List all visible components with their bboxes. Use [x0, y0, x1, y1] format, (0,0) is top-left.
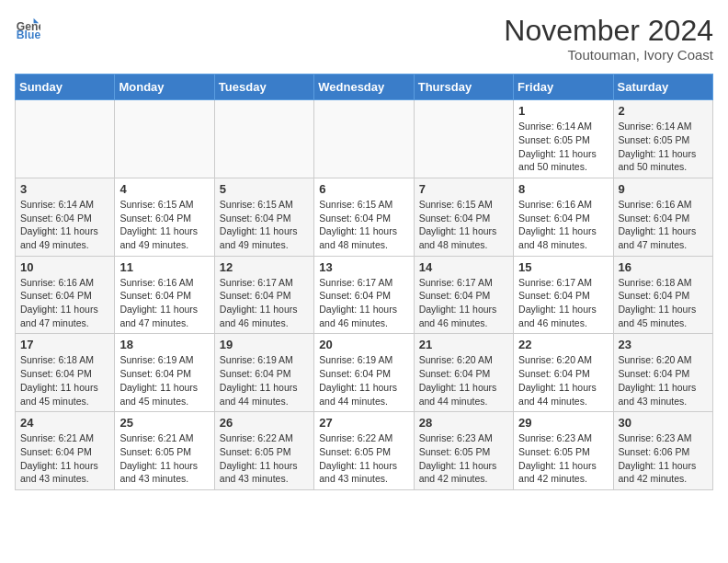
calendar-header-row: SundayMondayTuesdayWednesdayThursdayFrid… — [16, 75, 713, 100]
svg-text:Blue: Blue — [17, 29, 40, 40]
day-header-sunday: Sunday — [16, 75, 115, 100]
calendar-cell: 18Sunrise: 6:19 AM Sunset: 6:04 PM Dayli… — [115, 334, 214, 412]
page-subtitle: Toutouman, Ivory Coast — [504, 47, 713, 63]
day-number: 1 — [518, 104, 608, 118]
calendar-cell: 28Sunrise: 6:23 AM Sunset: 6:05 PM Dayli… — [414, 412, 513, 490]
day-number: 25 — [119, 416, 209, 430]
week-row-3: 10Sunrise: 6:16 AM Sunset: 6:04 PM Dayli… — [16, 256, 713, 334]
day-header-thursday: Thursday — [414, 75, 513, 100]
day-number: 24 — [20, 416, 109, 430]
day-number: 27 — [319, 416, 408, 430]
calendar-cell: 10Sunrise: 6:16 AM Sunset: 6:04 PM Dayli… — [16, 256, 115, 334]
day-info: Sunrise: 6:15 AM Sunset: 6:04 PM Dayligh… — [319, 198, 408, 252]
calendar-cell: 24Sunrise: 6:21 AM Sunset: 6:04 PM Dayli… — [16, 412, 115, 490]
day-header-tuesday: Tuesday — [214, 75, 313, 100]
day-number: 19 — [220, 338, 309, 351]
calendar-table: SundayMondayTuesdayWednesdayThursdayFrid… — [15, 74, 713, 490]
calendar-cell: 9Sunrise: 6:16 AM Sunset: 6:04 PM Daylig… — [613, 178, 712, 256]
day-number: 13 — [319, 260, 408, 274]
logo-icon: General Blue — [15, 15, 40, 40]
day-number: 4 — [119, 182, 209, 196]
day-info: Sunrise: 6:16 AM Sunset: 6:04 PM Dayligh… — [20, 276, 109, 330]
day-info: Sunrise: 6:20 AM Sunset: 6:04 PM Dayligh… — [419, 353, 508, 408]
day-info: Sunrise: 6:20 AM Sunset: 6:04 PM Dayligh… — [619, 353, 708, 408]
day-number: 5 — [220, 182, 309, 196]
calendar-cell: 21Sunrise: 6:20 AM Sunset: 6:04 PM Dayli… — [414, 334, 513, 412]
day-number: 8 — [518, 182, 608, 196]
day-number: 15 — [518, 260, 608, 274]
calendar-cell: 19Sunrise: 6:19 AM Sunset: 6:04 PM Dayli… — [214, 334, 313, 412]
calendar-cell: 22Sunrise: 6:20 AM Sunset: 6:04 PM Dayli… — [514, 334, 613, 412]
day-number: 2 — [619, 104, 708, 118]
calendar-cell: 30Sunrise: 6:23 AM Sunset: 6:06 PM Dayli… — [613, 412, 712, 490]
calendar-cell — [16, 100, 115, 178]
day-header-friday: Friday — [514, 75, 613, 100]
day-number: 6 — [319, 182, 408, 196]
calendar-cell: 16Sunrise: 6:18 AM Sunset: 6:04 PM Dayli… — [613, 256, 712, 334]
day-info: Sunrise: 6:19 AM Sunset: 6:04 PM Dayligh… — [220, 353, 309, 408]
day-number: 22 — [518, 338, 608, 351]
calendar-cell — [314, 100, 414, 178]
calendar-cell: 14Sunrise: 6:17 AM Sunset: 6:04 PM Dayli… — [414, 256, 513, 334]
calendar-cell: 27Sunrise: 6:22 AM Sunset: 6:05 PM Dayli… — [314, 412, 414, 490]
calendar-cell: 5Sunrise: 6:15 AM Sunset: 6:04 PM Daylig… — [214, 178, 313, 256]
day-info: Sunrise: 6:15 AM Sunset: 6:04 PM Dayligh… — [119, 198, 209, 252]
calendar-cell: 25Sunrise: 6:21 AM Sunset: 6:05 PM Dayli… — [115, 412, 214, 490]
day-number: 29 — [518, 416, 608, 430]
calendar-cell: 13Sunrise: 6:17 AM Sunset: 6:04 PM Dayli… — [314, 256, 414, 334]
day-number: 26 — [220, 416, 309, 430]
day-info: Sunrise: 6:23 AM Sunset: 6:05 PM Dayligh… — [419, 431, 508, 486]
calendar-cell: 15Sunrise: 6:17 AM Sunset: 6:04 PM Dayli… — [514, 256, 613, 334]
day-number: 3 — [20, 182, 109, 196]
day-info: Sunrise: 6:20 AM Sunset: 6:04 PM Dayligh… — [518, 353, 608, 408]
day-number: 7 — [419, 182, 508, 196]
day-info: Sunrise: 6:22 AM Sunset: 6:05 PM Dayligh… — [220, 431, 309, 486]
day-info: Sunrise: 6:14 AM Sunset: 6:05 PM Dayligh… — [619, 120, 708, 174]
title-block: November 2024 Toutouman, Ivory Coast — [504, 15, 713, 63]
day-header-saturday: Saturday — [613, 75, 712, 100]
week-row-4: 17Sunrise: 6:18 AM Sunset: 6:04 PM Dayli… — [16, 334, 713, 412]
day-info: Sunrise: 6:18 AM Sunset: 6:04 PM Dayligh… — [619, 276, 708, 330]
day-info: Sunrise: 6:21 AM Sunset: 6:04 PM Dayligh… — [20, 431, 109, 486]
page-title: November 2024 — [504, 15, 713, 47]
day-info: Sunrise: 6:22 AM Sunset: 6:05 PM Dayligh… — [319, 431, 408, 486]
day-info: Sunrise: 6:14 AM Sunset: 6:05 PM Dayligh… — [518, 120, 608, 174]
day-number: 10 — [20, 260, 109, 274]
day-number: 11 — [119, 260, 209, 274]
page-header: General Blue November 2024 Toutouman, Iv… — [15, 15, 713, 63]
day-header-monday: Monday — [115, 75, 214, 100]
day-number: 18 — [119, 338, 209, 351]
calendar-cell: 12Sunrise: 6:17 AM Sunset: 6:04 PM Dayli… — [214, 256, 313, 334]
day-info: Sunrise: 6:16 AM Sunset: 6:04 PM Dayligh… — [518, 198, 608, 252]
day-number: 16 — [619, 260, 708, 274]
day-number: 23 — [619, 338, 708, 351]
calendar-cell — [214, 100, 313, 178]
day-number: 9 — [619, 182, 708, 196]
calendar-cell: 26Sunrise: 6:22 AM Sunset: 6:05 PM Dayli… — [214, 412, 313, 490]
calendar-cell — [414, 100, 513, 178]
calendar-cell: 3Sunrise: 6:14 AM Sunset: 6:04 PM Daylig… — [16, 178, 115, 256]
day-info: Sunrise: 6:17 AM Sunset: 6:04 PM Dayligh… — [220, 276, 309, 330]
day-info: Sunrise: 6:15 AM Sunset: 6:04 PM Dayligh… — [419, 198, 508, 252]
day-number: 21 — [419, 338, 508, 351]
day-info: Sunrise: 6:21 AM Sunset: 6:05 PM Dayligh… — [119, 431, 209, 486]
day-info: Sunrise: 6:19 AM Sunset: 6:04 PM Dayligh… — [319, 353, 408, 408]
day-header-wednesday: Wednesday — [314, 75, 414, 100]
week-row-2: 3Sunrise: 6:14 AM Sunset: 6:04 PM Daylig… — [16, 178, 713, 256]
day-number: 28 — [419, 416, 508, 430]
day-number: 30 — [619, 416, 708, 430]
day-info: Sunrise: 6:17 AM Sunset: 6:04 PM Dayligh… — [319, 276, 408, 330]
week-row-1: 1Sunrise: 6:14 AM Sunset: 6:05 PM Daylig… — [16, 100, 713, 178]
logo: General Blue — [15, 15, 40, 40]
calendar-cell: 11Sunrise: 6:16 AM Sunset: 6:04 PM Dayli… — [115, 256, 214, 334]
day-info: Sunrise: 6:17 AM Sunset: 6:04 PM Dayligh… — [419, 276, 508, 330]
calendar-cell: 20Sunrise: 6:19 AM Sunset: 6:04 PM Dayli… — [314, 334, 414, 412]
calendar-cell: 4Sunrise: 6:15 AM Sunset: 6:04 PM Daylig… — [115, 178, 214, 256]
day-number: 14 — [419, 260, 508, 274]
calendar-cell: 17Sunrise: 6:18 AM Sunset: 6:04 PM Dayli… — [16, 334, 115, 412]
calendar-cell: 1Sunrise: 6:14 AM Sunset: 6:05 PM Daylig… — [514, 100, 613, 178]
calendar-cell: 23Sunrise: 6:20 AM Sunset: 6:04 PM Dayli… — [613, 334, 712, 412]
day-number: 12 — [220, 260, 309, 274]
calendar-cell: 7Sunrise: 6:15 AM Sunset: 6:04 PM Daylig… — [414, 178, 513, 256]
day-info: Sunrise: 6:17 AM Sunset: 6:04 PM Dayligh… — [518, 276, 608, 330]
